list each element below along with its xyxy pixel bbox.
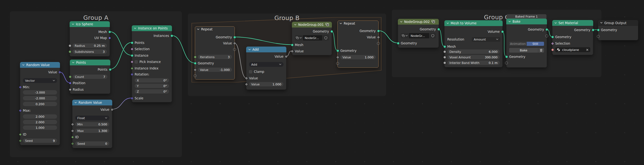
node-header[interactable]: NodeGroup.002 (398, 19, 439, 25)
socket-geometry[interactable] (108, 31, 111, 33)
node-group-name-field[interactable]: NodeGr... (409, 33, 429, 38)
node-mesh_to_volume[interactable]: Mesh to VolumeVolumeResolutionAmountMesh… (444, 20, 503, 67)
node-random_value_float[interactable]: Random ValueValueFloatMin0.500Max1.300ID… (72, 100, 112, 148)
socket-geometry[interactable] (444, 45, 446, 48)
extend-socket[interactable] (377, 42, 380, 45)
field-z[interactable]: Z0° (135, 89, 169, 94)
bake-button[interactable]: Bake (509, 48, 538, 53)
node-header[interactable]: Group Output (598, 20, 638, 26)
field-min[interactable]: Min0.500 (75, 122, 109, 126)
node-random_value_vector[interactable]: Random ValueValueVectorMin:-3.000-2.0000… (20, 62, 60, 145)
socket-geometry[interactable] (397, 42, 400, 45)
extend-socket[interactable] (505, 62, 508, 64)
node-header[interactable]: Points (70, 60, 110, 65)
socket-geometry[interactable] (336, 50, 339, 52)
checkbox-unchecked[interactable] (249, 70, 252, 73)
field-iterations[interactable]: Iterations3 (198, 55, 232, 59)
socket-geometry[interactable] (170, 35, 173, 37)
dropdown-float[interactable]: Float (75, 115, 109, 120)
vector-component-field[interactable]: -3.000 (23, 90, 57, 95)
node-bake[interactable]: Baked Frame 1BakeGeometryAnimationStillB… (506, 19, 547, 68)
field-radius[interactable]: Radius0.25 m (72, 43, 107, 48)
socket-geometry[interactable] (501, 30, 504, 33)
node-header[interactable]: Ico Sphere (70, 21, 110, 27)
node-group-browse-button[interactable] (401, 33, 408, 38)
node-repeat_output[interactable]: RepeatGeometryValueGeometryValue1.000 (338, 21, 378, 68)
node-nodegroup_001[interactable]: NodeGroup.001GeometryNodeGr...MeshValue (292, 22, 332, 55)
field-value[interactable]: Value1.000 (249, 82, 284, 86)
socket-integer[interactable] (69, 76, 72, 78)
node-header[interactable]: Instance on Points (132, 25, 172, 31)
node-header[interactable]: Repeat (195, 26, 235, 32)
vector-component-field[interactable]: 2.000 (23, 120, 57, 124)
field-value[interactable]: Value1.000 (340, 55, 376, 59)
field-count[interactable]: Count7 (73, 75, 108, 79)
field-y[interactable]: Y0° (135, 84, 169, 88)
socket-geometry[interactable] (505, 56, 508, 58)
vector-component-field[interactable]: -2.000 (23, 96, 57, 100)
delete-bake-button[interactable] (538, 48, 544, 53)
dropdown-vector[interactable]: Vector (23, 78, 57, 83)
socket-integer[interactable] (69, 50, 71, 53)
node-header[interactable]: Random Value (20, 62, 60, 68)
node-ico_sphere[interactable]: Ico SphereMeshUV MapRadius0.25 mSubdivis… (70, 21, 110, 56)
node-group-browse-button[interactable] (295, 35, 302, 41)
socket-geometry[interactable] (330, 30, 333, 33)
socket-geometry[interactable] (437, 28, 440, 31)
fake-user-shield-button[interactable] (430, 33, 436, 38)
socket-geometry[interactable] (194, 62, 196, 65)
socket-geometry[interactable] (109, 68, 112, 71)
node-editor-canvas[interactable]: Group AGroup BGroup CIco SphereMeshUV Ma… (0, 0, 644, 165)
field-density[interactable]: Density6.000 (447, 50, 500, 54)
extend-socket[interactable] (545, 35, 548, 37)
field-seed[interactable]: Seed9 (23, 138, 57, 143)
field-seed[interactable]: Seed0 (75, 141, 109, 146)
node-header[interactable]: Bake (506, 19, 547, 24)
field-subdivisions[interactable]: Subdivisions3 (72, 50, 107, 54)
socket-geometry[interactable] (291, 44, 294, 46)
field-voxel-amount[interactable]: Voxel Amount300.000 (447, 55, 500, 59)
fake-user-shield-button[interactable] (323, 35, 329, 41)
socket-material[interactable] (551, 49, 554, 51)
extend-socket[interactable] (597, 35, 600, 38)
node-nodegroup_002[interactable]: NodeGroup.002GeometryNodeGr...Geometry (398, 19, 439, 48)
node-header[interactable]: Repeat (338, 21, 378, 26)
node-header[interactable]: NodeGroup.001 (292, 22, 332, 28)
field-max[interactable]: Max1.300 (75, 129, 109, 133)
still-button[interactable]: Still (527, 42, 544, 46)
field-value[interactable]: Value-1.000 (198, 68, 232, 72)
vector-component-field[interactable]: 2.000 (23, 114, 57, 119)
socket-geometry[interactable] (546, 28, 548, 31)
dropdown-add[interactable]: Add (249, 62, 284, 67)
socket-geometry[interactable] (131, 54, 134, 57)
extend-socket[interactable] (194, 74, 196, 77)
material-field[interactable]: cloudplane (555, 47, 590, 52)
node-header[interactable]: Mesh to Volume (444, 20, 503, 26)
socket-float[interactable] (444, 50, 446, 53)
node-header[interactable]: Random Value (72, 100, 112, 105)
node-set_material[interactable]: Set MaterialGeometryGeometrySelectionclo… (552, 20, 593, 55)
vector-component-field[interactable]: 0.200 (23, 102, 57, 106)
socket-float[interactable] (69, 44, 71, 47)
dropdown-resolution-mode[interactable]: Amount (472, 37, 500, 42)
field-x[interactable]: X0° (135, 78, 169, 83)
extend-socket[interactable] (233, 48, 236, 51)
node-header[interactable]: Set Material (552, 20, 593, 26)
socket-geometry[interactable] (597, 29, 600, 31)
node-instance_on_points[interactable]: Instance on PointsInstancesPointsSelecti… (132, 25, 172, 102)
socket-geometry[interactable] (592, 29, 594, 31)
vector-component-field[interactable]: 1.000 (23, 125, 57, 130)
socket-geometry[interactable] (233, 36, 236, 39)
node-group_output[interactable]: Group OutputGeometry (598, 20, 638, 40)
checkbox-unchecked[interactable] (135, 60, 138, 63)
socket-geometry[interactable] (131, 42, 134, 44)
socket-integer[interactable] (194, 56, 196, 58)
node-add[interactable]: AddValueAddClampValueValue1.000 (246, 47, 286, 90)
field-interior-band-width[interactable]: Interior Band Width0.1 m (447, 61, 500, 65)
extend-socket[interactable] (336, 62, 339, 65)
node-header[interactable]: Add (246, 47, 286, 52)
node-points[interactable]: PointsPointsCount7PositionRadius (70, 60, 110, 94)
socket-float[interactable] (444, 62, 446, 64)
socket-float[interactable] (444, 56, 446, 59)
animation-button[interactable]: Animation (509, 42, 527, 46)
